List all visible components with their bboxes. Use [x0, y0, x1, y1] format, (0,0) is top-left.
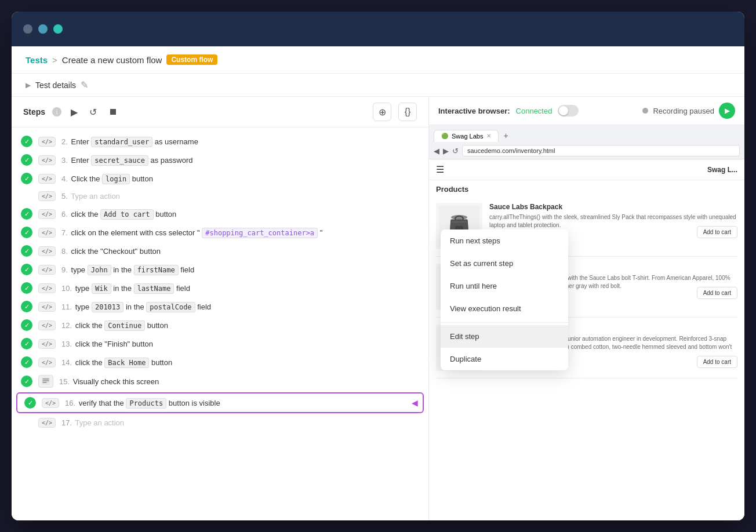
- step-code-icon: </>: [38, 358, 56, 367]
- step-row-selected[interactable]: ✓ </> 16. verify that the Products butto…: [16, 392, 424, 413]
- step-text: 4. Click the login button: [61, 174, 419, 183]
- recording-section: Recording paused ▶: [642, 103, 735, 119]
- main-content: Tests > Create a new custom flow Custom …: [12, 46, 744, 520]
- step-placeholder-text: 5. Type an action: [61, 192, 419, 201]
- step-row[interactable]: ✓ </> 2. Enter standard_user as username: [12, 132, 428, 151]
- step-code-icon: </>: [38, 209, 56, 219]
- step-status-icon: ✓: [21, 301, 32, 312]
- menu-item-set-current[interactable]: Set as current step: [441, 252, 568, 275]
- tab-close-button[interactable]: ✕: [486, 133, 491, 139]
- steps-panel: Steps i ▶ ↺ ⏹ ⊕ {} ✓ </> 2.: [12, 97, 429, 520]
- step-code-icon: </>: [38, 228, 56, 238]
- tab-title: Swag Labs: [452, 133, 483, 140]
- back-button[interactable]: ◀: [434, 147, 439, 155]
- step-row[interactable]: ✓ </> 4. Click the login button: [12, 169, 428, 188]
- step-row[interactable]: ✓ </> 6. click the Add to cart button: [12, 205, 428, 223]
- browser-toggle[interactable]: [558, 105, 579, 116]
- steps-info-icon[interactable]: i: [52, 107, 61, 116]
- code-button[interactable]: {}: [398, 103, 417, 121]
- play-steps-button[interactable]: ▶: [68, 104, 80, 120]
- step-row[interactable]: ✓ 15. Visually check this screen: [12, 371, 428, 391]
- step-text: 12. click the Continue button: [61, 321, 419, 330]
- steps-list: ✓ </> 2. Enter standard_user as username…: [12, 127, 428, 520]
- add-to-cart-button[interactable]: Add to cart: [697, 287, 737, 299]
- step-text: 7. click on the element with css selecto…: [61, 228, 419, 237]
- add-to-cart-button[interactable]: Add to cart: [697, 226, 737, 238]
- recording-text: Recording paused: [653, 107, 714, 115]
- product-name: Sauce Labs Backpack: [489, 203, 737, 211]
- step-code-icon: [38, 375, 53, 388]
- test-details-chevron[interactable]: ▶: [26, 81, 31, 89]
- close-dot[interactable]: [23, 24, 32, 34]
- add-to-cart-button[interactable]: Add to cart: [697, 356, 737, 368]
- step-placeholder-text: 17. Type an action: [61, 418, 419, 427]
- step-code-icon: </>: [38, 174, 56, 184]
- browser-chrome: 🟢 Swag Labs ✕ + ◀ ▶ ↺ saucedemo.com/inve…: [429, 125, 744, 159]
- browser-label: Interactive browser:: [438, 107, 510, 115]
- step-row[interactable]: ✓ </> 3. Enter secret_sauce as password: [12, 151, 428, 169]
- step-code-icon: </>: [38, 246, 56, 256]
- menu-divider: [441, 322, 568, 323]
- context-menu: Run next steps Set as current step Run u…: [441, 229, 568, 370]
- titlebar: [12, 12, 744, 46]
- step-code-icon: </>: [38, 265, 56, 275]
- step-code-icon: </>: [38, 191, 56, 201]
- step-row[interactable]: ✓ </> 8. click the "Checkout" button: [12, 242, 428, 260]
- site-header: ☰ Swag L...: [429, 159, 744, 180]
- step-text: 3. Enter secret_sauce as password: [61, 156, 419, 165]
- step-row[interactable]: ✓ </> 10. type Wik in the lastName field: [12, 279, 428, 297]
- step-row[interactable]: ✓ </> 13. click the "Finish" button: [12, 334, 428, 353]
- hamburger-menu[interactable]: ☰: [436, 164, 444, 175]
- step-code-icon: </>: [38, 137, 56, 147]
- step-row[interactable]: ✓ </> 14. click the Back Home button: [12, 353, 428, 371]
- step-status-icon: ✓: [21, 136, 32, 147]
- maximize-dot[interactable]: [53, 24, 63, 34]
- step-row[interactable]: ✓ </> 7. click on the element with css s…: [12, 223, 428, 242]
- menu-item-edit-step[interactable]: Edit step: [441, 325, 568, 348]
- menu-item-run-next[interactable]: Run next steps: [441, 229, 568, 252]
- stop-recording-button[interactable]: ⏹: [106, 104, 120, 119]
- url-bar[interactable]: saucedemo.com/inventory.html: [462, 145, 740, 156]
- forward-button[interactable]: ▶: [443, 147, 449, 155]
- menu-item-duplicate[interactable]: Duplicate: [441, 348, 568, 370]
- breadcrumb-tests[interactable]: Tests: [26, 55, 48, 65]
- test-details-label: Test details: [35, 81, 76, 90]
- tab-favicon: 🟢: [441, 133, 448, 139]
- breadcrumb-create: Create a new custom flow: [62, 55, 162, 65]
- add-step-button[interactable]: ⊕: [373, 103, 391, 121]
- steps-toolbar: Steps i ▶ ↺ ⏹ ⊕ {}: [12, 97, 428, 127]
- step-status-icon: ✓: [21, 173, 32, 184]
- menu-item-view-result[interactable]: View execution result: [441, 297, 568, 320]
- step-code-icon: </>: [38, 302, 56, 312]
- step-status-icon: ✓: [21, 154, 32, 166]
- new-tab-button[interactable]: +: [501, 129, 510, 143]
- toggle-knob: [559, 106, 568, 115]
- step-row[interactable]: ✓ </> 11. type 201013 in the postalCode …: [12, 297, 428, 316]
- step-text: 11. type 201013 in the postalCode field: [61, 303, 419, 311]
- edit-icon[interactable]: ✎: [81, 79, 88, 90]
- step-row[interactable]: ✓ </> 9. type John in the firstName fiel…: [12, 260, 428, 279]
- step-row-placeholder[interactable]: </> 5. Type an action: [12, 188, 428, 205]
- step-code-icon: </>: [38, 339, 56, 349]
- step-status-icon: ✓: [21, 356, 32, 368]
- reset-steps-button[interactable]: ↺: [87, 104, 99, 120]
- recording-dot: [642, 108, 648, 114]
- step-row-placeholder[interactable]: </> 17. Type an action: [12, 414, 428, 431]
- body-area: Steps i ▶ ↺ ⏹ ⊕ {} ✓ </> 2.: [12, 97, 744, 520]
- test-details-bar: ▶ Test details ✎: [12, 74, 744, 97]
- step-text: 10. type Wik in the lastName field: [61, 284, 419, 293]
- step-text: 15. Visually check this screen: [59, 377, 419, 386]
- menu-item-run-until[interactable]: Run until here: [441, 275, 568, 297]
- refresh-button[interactable]: ↺: [452, 147, 459, 155]
- step-arrow-icon: ◀: [412, 398, 418, 407]
- step-code-icon: </>: [38, 155, 56, 165]
- breadcrumb-separator: >: [52, 55, 57, 65]
- browser-tab[interactable]: 🟢 Swag Labs ✕: [434, 130, 499, 142]
- recording-play-button[interactable]: ▶: [719, 103, 735, 119]
- step-text: 6. click the Add to cart button: [61, 210, 419, 218]
- minimize-dot[interactable]: [38, 24, 48, 34]
- step-text: 13. click the "Finish" button: [61, 340, 419, 348]
- step-status-icon: ✓: [21, 208, 32, 220]
- main-window: Tests > Create a new custom flow Custom …: [12, 12, 744, 520]
- step-row[interactable]: ✓ </> 12. click the Continue button: [12, 316, 428, 334]
